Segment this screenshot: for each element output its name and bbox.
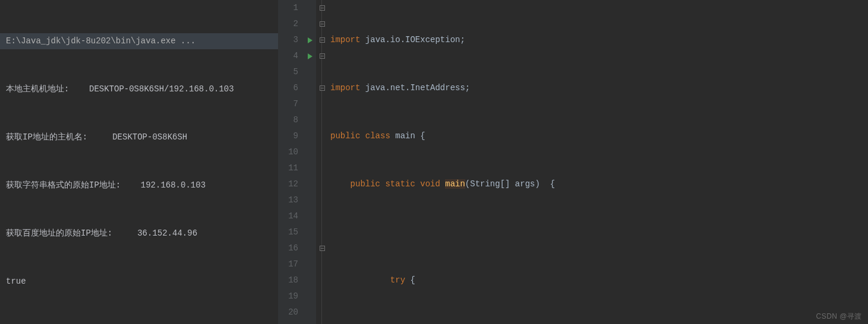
code-line [328,224,868,240]
console-line: 获取百度地址的原始IP地址: 36.152.44.96 [0,225,278,242]
console-line: true [0,274,278,290]
line-number[interactable]: 17 [278,256,304,272]
code-line: public static void main(String[] args) { [328,176,868,192]
fold-toggle-icon[interactable] [320,85,325,91]
line-number[interactable]: 18 [278,272,304,288]
method-main: main [445,179,465,189]
fold-toggle-icon[interactable] [320,37,325,43]
line-number[interactable]: 3 [278,32,304,48]
watermark: CSDN @寻渡 [816,312,862,322]
line-number[interactable]: 10 [278,144,304,160]
line-number[interactable]: 2 [278,16,304,32]
line-number[interactable]: 5 [278,64,304,80]
run-gutter-icon[interactable] [308,53,313,59]
run-gutter-icon[interactable] [308,37,313,43]
line-number[interactable]: 14 [278,208,304,224]
line-number[interactable]: 6 [278,80,304,96]
code-line: try { [328,272,868,288]
line-number[interactable]: 9 [278,128,304,144]
code-line: InetAddress localHost = InetAddress.getL… [328,320,868,324]
line-number[interactable]: 4 [278,48,304,64]
console-line: 本地主机机地址: DESKTOP-0S8K6SH/192.168.0.103 [0,81,278,97]
line-number[interactable]: 16 [278,240,304,256]
console-line: 获取字符串格式的原始IP地址: 192.168.0.103 [0,177,278,193]
fold-toggle-icon[interactable] [320,53,325,59]
line-number[interactable]: 11 [278,160,304,176]
line-number[interactable]: 12 [278,176,304,192]
code-line: import java.io.IOException; [328,32,868,48]
line-number[interactable]: 7 [278,96,304,112]
gutter-run-column [304,0,316,324]
line-number[interactable]: 13 [278,192,304,208]
line-number[interactable]: 8 [278,112,304,128]
fold-toggle-icon[interactable] [320,5,325,11]
code-editor[interactable]: import java.io.IOException; import java.… [328,0,868,324]
fold-toggle-icon[interactable] [320,246,325,251]
code-line: public class main { [328,128,868,144]
line-number[interactable]: 19 [278,288,304,304]
line-number[interactable]: 1 [278,0,304,16]
code-line: import java.net.InetAddress; [328,80,868,96]
gutter-fold-column [316,0,328,324]
console-output[interactable]: E:\Java_jdk\jdk-8u202\bin\java.exe ... 本… [0,0,278,324]
fold-toggle-icon[interactable] [320,21,325,27]
editor-gutter[interactable]: 1234567891011121314151617181920 [278,0,304,324]
line-number[interactable]: 15 [278,224,304,240]
console-line: 获取IP地址的主机名: DESKTOP-0S8K6SH [0,129,278,145]
console-exec-path: E:\Java_jdk\jdk-8u202\bin\java.exe ... [0,33,278,49]
line-number[interactable]: 20 [278,304,304,320]
